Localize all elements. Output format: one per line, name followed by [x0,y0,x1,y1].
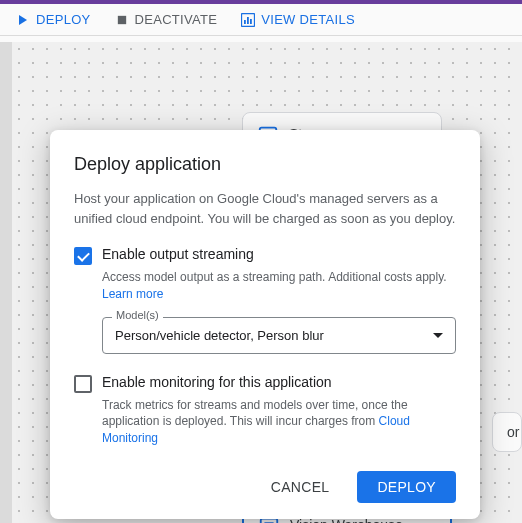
dialog-actions: CANCEL DEPLOY [74,471,456,503]
modal-overlay: Deploy application Host your application… [0,0,522,523]
monitoring-checkbox[interactable] [74,375,92,393]
dialog-title: Deploy application [74,154,456,175]
models-value: Person/vehicle detector, Person blur [115,328,324,343]
dialog-description: Host your application on Google Cloud's … [74,189,456,228]
deploy-confirm-button[interactable]: DEPLOY [357,471,456,503]
streaming-option: Enable output streaming [74,246,456,265]
streaming-subtext: Access model output as a streaming path.… [102,269,456,303]
streaming-label: Enable output streaming [102,246,254,262]
learn-more-link[interactable]: Learn more [102,287,163,301]
monitoring-label: Enable monitoring for this application [102,374,332,390]
chevron-down-icon [433,333,443,338]
monitoring-subtext: Track metrics for streams and models ove… [102,397,456,447]
models-select[interactable]: Person/vehicle detector, Person blur [102,317,456,354]
monitoring-option: Enable monitoring for this application [74,374,456,393]
models-field: Model(s) Person/vehicle detector, Person… [102,317,456,354]
models-label: Model(s) [112,309,163,321]
streaming-checkbox[interactable] [74,247,92,265]
deploy-dialog: Deploy application Host your application… [50,130,480,519]
cancel-button[interactable]: CANCEL [251,471,350,503]
